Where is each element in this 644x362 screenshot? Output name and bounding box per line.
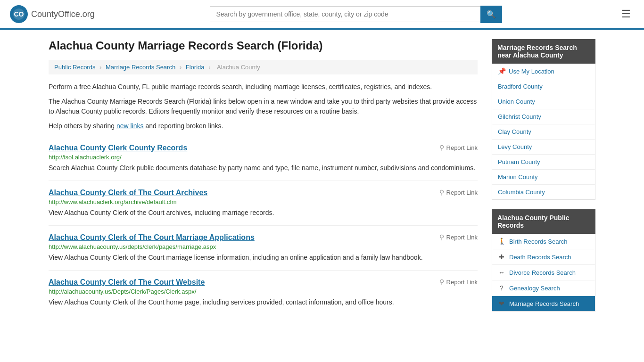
logo-text: CountyOffice.org	[31, 9, 95, 19]
county-link-2[interactable]: Gilchrist County	[498, 113, 541, 120]
result-desc-3: View Alachua County Clerk of the Court h…	[49, 297, 478, 307]
sidebar-pr-1[interactable]: ✚ Death Records Search	[492, 249, 595, 265]
breadcrumb: Public Records › Marriage Records Search…	[49, 60, 478, 74]
main-container: Alachua County Marriage Records Search (…	[39, 30, 605, 330]
site-header: CO CountyOffice.org 🔍 ☰	[0, 0, 644, 30]
result-title-2[interactable]: Alachua County Clerk of The Court Marria…	[49, 233, 255, 242]
public-records-container: 🚶 Birth Records Search ✚ Death Records S…	[492, 234, 595, 311]
sidebar-nearby-header: Marriage Records Search near Alachua Cou…	[492, 39, 595, 64]
result-title-0[interactable]: Alachua County Clerk County Records	[49, 144, 187, 152]
county-link-5[interactable]: Putnam County	[498, 158, 540, 165]
result-url-0[interactable]: http://isol.alachuaclerk.org/	[49, 154, 478, 161]
sidebar-pr-3[interactable]: ? Genealogy Search	[492, 280, 595, 296]
county-link-1[interactable]: Union County	[498, 98, 535, 105]
result-title-1[interactable]: Alachua County Clerk of The Court Archiv…	[49, 189, 207, 197]
sidebar-county-6[interactable]: Marion County	[492, 170, 595, 185]
report-icon-2: ⚲	[439, 233, 444, 241]
search-button[interactable]: 🔍	[480, 6, 502, 23]
report-link-label-0: Report Link	[446, 144, 478, 151]
report-link-label-2: Report Link	[446, 234, 478, 241]
description-1: Perform a free Alachua County, FL public…	[49, 82, 478, 92]
logo-icon: CO	[9, 5, 28, 24]
breadcrumb-sep-3: ›	[208, 64, 210, 71]
sidebar-county-2[interactable]: Gilchrist County	[492, 109, 595, 124]
result-title-3[interactable]: Alachua County Clerk of The Court Websit…	[49, 278, 205, 287]
pr-link-4[interactable]: Marriage Records Search	[509, 300, 579, 307]
result-item-0: Alachua County Clerk County Records ⚲ Re…	[49, 136, 478, 181]
sidebar-nearby-title: Marriage Records Search near Alachua Cou…	[497, 44, 577, 59]
result-desc-0: Search Alachua County Clerk public docum…	[49, 163, 478, 173]
result-url-3[interactable]: http://alachuacounty.us/Depts/Clerk/Page…	[49, 288, 478, 295]
content-area: Alachua County Marriage Records Search (…	[49, 39, 478, 321]
pr-link-2[interactable]: Divorce Records Search	[509, 269, 576, 276]
county-link-7[interactable]: Columbia County	[498, 189, 545, 196]
county-link-0[interactable]: Bradford County	[498, 83, 543, 90]
pr-icon-0: 🚶	[498, 238, 505, 245]
breadcrumb-sep-1: ›	[99, 64, 101, 71]
search-input[interactable]	[210, 6, 480, 22]
sidebar-pr-0[interactable]: 🚶 Birth Records Search	[492, 234, 595, 249]
sidebar-nearby-section: Marriage Records Search near Alachua Cou…	[492, 39, 595, 200]
county-link-6[interactable]: Marion County	[498, 173, 538, 181]
report-link-0[interactable]: ⚲ Report Link	[439, 144, 478, 151]
breadcrumb-public-records[interactable]: Public Records	[54, 64, 95, 71]
result-item-2: Alachua County Clerk of The Court Marria…	[49, 225, 478, 270]
sidebar-county-0[interactable]: Bradford County	[492, 79, 595, 94]
sidebar-public-records-list: 🚶 Birth Records Search ✚ Death Records S…	[492, 234, 595, 312]
pr-link-3[interactable]: Genealogy Search	[509, 285, 560, 292]
result-desc-1: View Alachua County Clerk of the Court a…	[49, 208, 478, 218]
breadcrumb-florida[interactable]: Florida	[186, 64, 205, 71]
breadcrumb-sep-2: ›	[180, 64, 182, 71]
sidebar-county-4[interactable]: Levy County	[492, 140, 595, 155]
breadcrumb-current: Alachua County	[217, 64, 260, 71]
sidebar: Marriage Records Search near Alachua Cou…	[492, 39, 595, 321]
report-icon-0: ⚲	[439, 144, 444, 151]
result-header-0: Alachua County Clerk County Records ⚲ Re…	[49, 144, 478, 152]
result-header-2: Alachua County Clerk of The Court Marria…	[49, 233, 478, 242]
logo[interactable]: CO CountyOffice.org	[9, 5, 95, 24]
new-links-link[interactable]: new links	[116, 122, 144, 130]
sidebar-pr-4[interactable]: ❤ Marriage Records Search	[492, 296, 595, 311]
report-link-2[interactable]: ⚲ Report Link	[439, 233, 478, 241]
use-my-location-link[interactable]: Use My Location	[509, 68, 554, 75]
report-link-1[interactable]: ⚲ Report Link	[439, 189, 478, 196]
results-list: Alachua County Clerk County Records ⚲ Re…	[49, 136, 478, 315]
result-desc-2: View Alachua County Clerk of the Court m…	[49, 253, 478, 263]
sidebar-county-5[interactable]: Putnam County	[492, 155, 595, 170]
sidebar-use-my-location[interactable]: 📌 Use My Location	[492, 64, 595, 79]
sidebar-public-records-section: Alachua County Public Records 🚶 Birth Re…	[492, 209, 595, 312]
report-link-label-3: Report Link	[446, 279, 478, 286]
sidebar-county-1[interactable]: Union County	[492, 94, 595, 109]
sidebar-county-7[interactable]: Columbia County	[492, 185, 595, 199]
report-link-label-1: Report Link	[446, 189, 478, 196]
pr-link-1[interactable]: Death Records Search	[509, 254, 571, 261]
report-icon-1: ⚲	[439, 189, 444, 196]
sidebar-pr-2[interactable]: ↔ Divorce Records Search	[492, 265, 595, 280]
report-icon-3: ⚲	[439, 278, 444, 286]
sidebar-public-records-title: Alachua County Public Records	[497, 214, 569, 229]
page-title: Alachua County Marriage Records Search (…	[49, 39, 478, 52]
pr-icon-2: ↔	[498, 269, 505, 276]
sidebar-county-3[interactable]: Clay County	[492, 124, 595, 140]
sidebar-public-records-header: Alachua County Public Records	[492, 209, 595, 234]
result-item-3: Alachua County Clerk of The Court Websit…	[49, 270, 478, 315]
county-link-4[interactable]: Levy County	[498, 143, 532, 150]
desc3-pre: Help others by sharing	[49, 122, 116, 130]
pr-icon-3: ?	[498, 284, 505, 292]
logo-name: CountyOffice	[31, 9, 80, 19]
breadcrumb-marriage-records[interactable]: Marriage Records Search	[106, 64, 175, 71]
menu-button[interactable]: ☰	[618, 6, 635, 22]
county-link-3[interactable]: Clay County	[498, 128, 531, 135]
report-link-3[interactable]: ⚲ Report Link	[439, 278, 478, 286]
desc3-post: and reporting broken links.	[144, 122, 223, 130]
result-header-1: Alachua County Clerk of The Court Archiv…	[49, 189, 478, 197]
search-bar: 🔍	[210, 6, 502, 23]
result-header-3: Alachua County Clerk of The Court Websit…	[49, 278, 478, 287]
sidebar-nearby-list: 📌 Use My Location Bradford CountyUnion C…	[492, 64, 595, 200]
result-item-1: Alachua County Clerk of The Court Archiv…	[49, 181, 478, 225]
result-url-1[interactable]: http://www.alachuaclerk.org/archive/defa…	[49, 198, 478, 206]
pr-link-0[interactable]: Birth Records Search	[509, 238, 568, 245]
description-2: The Alachua County Marriage Records Sear…	[49, 97, 478, 116]
pr-icon-4: ❤	[498, 300, 505, 307]
result-url-2[interactable]: http://www.alachuacounty.us/depts/clerk/…	[49, 243, 478, 250]
